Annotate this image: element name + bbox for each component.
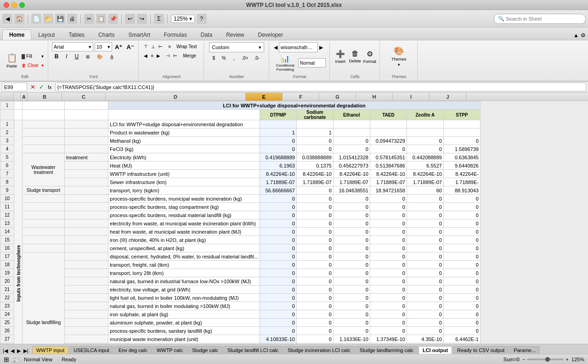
col-header-F[interactable]: F <box>283 93 319 101</box>
percent-button[interactable]: % <box>219 54 228 62</box>
grid-view-icon[interactable]: ⊞ <box>4 356 9 363</box>
decimal-dec-button[interactable]: .0- <box>251 54 262 62</box>
sheet-tab-wwtp-calc[interactable]: WWTP calc <box>153 346 187 354</box>
paste-icon-toolbar[interactable]: 📌 <box>108 14 118 24</box>
f-26[interactable]: 0 <box>296 327 333 335</box>
zoom-out-icon[interactable]: − <box>522 357 525 362</box>
e-24[interactable]: 0 <box>260 310 296 319</box>
i-4[interactable]: 0 <box>407 145 443 153</box>
d-23[interactable]: natural gas, burned in boiler modulating… <box>108 302 260 310</box>
f-23[interactable]: 0 <box>296 302 333 310</box>
highlight-button[interactable]: 🎨 <box>94 52 105 61</box>
g-23[interactable]: 0 <box>333 302 370 310</box>
g-9[interactable]: 16.04638551 <box>333 186 370 195</box>
col-header-C[interactable]: C <box>62 93 106 101</box>
font-color-button[interactable]: A̲ <box>106 52 117 61</box>
tab-last-button[interactable]: ▶| <box>22 348 30 354</box>
zoom-slider[interactable]: − + <box>522 357 569 362</box>
f-9[interactable]: 0 <box>296 186 333 195</box>
zoom-track[interactable] <box>527 358 564 360</box>
j-3[interactable]: 0 <box>443 137 480 145</box>
e-23[interactable]: 0 <box>260 302 296 310</box>
h-22[interactable]: 0 <box>370 294 407 302</box>
cell-1-C[interactable] <box>65 101 108 110</box>
j-15[interactable]: 0 <box>443 236 480 244</box>
h-27[interactable]: 1.37349E-10 <box>370 335 407 343</box>
j-19[interactable]: 0 <box>443 269 480 277</box>
g-15[interactable]: 0 <box>333 236 370 244</box>
align-center-v-button[interactable]: ⊥ <box>150 42 157 50</box>
h-8[interactable]: 1.71889E-07 <box>370 178 407 186</box>
align-bottom-button[interactable]: ⊢ <box>157 42 164 50</box>
f-8[interactable]: 1.71889E-07 <box>296 178 333 186</box>
e-27[interactable]: 4.10833E-10 <box>260 335 296 343</box>
e-19[interactable]: 0 <box>260 269 296 277</box>
i-9[interactable]: 60 <box>407 186 443 195</box>
g-13[interactable]: 0 <box>333 219 370 228</box>
sheet-tab-sludge-calc[interactable]: Sludge calc <box>188 346 222 354</box>
i-14[interactable]: 0 <box>407 228 443 236</box>
cut-icon[interactable]: ✂ <box>84 14 94 24</box>
c-6[interactable] <box>65 162 108 170</box>
g-3[interactable]: 0 <box>333 137 370 145</box>
c-5[interactable]: treatment <box>65 153 108 162</box>
g-24[interactable]: 0 <box>333 310 370 319</box>
h-11[interactable]: 0 <box>370 203 407 211</box>
cell-reference-box[interactable]: E99 <box>2 83 27 91</box>
sheet-tab-wwtp-input[interactable]: WWTP input <box>32 346 69 354</box>
i-20[interactable]: 0 <box>407 277 443 286</box>
d-24[interactable]: iron sulphate, at plant (kg) <box>108 310 260 319</box>
f-18[interactable]: 0 <box>296 261 333 269</box>
e-4[interactable]: 0 <box>260 145 296 153</box>
sh-cell-1[interactable] <box>14 110 23 120</box>
i-10[interactable]: 0 <box>407 195 443 203</box>
c-26[interactable] <box>65 327 108 335</box>
d-28[interactable]: process-specific burdens, municipal wast… <box>108 343 260 344</box>
h-13[interactable]: 0 <box>370 219 407 228</box>
d-14[interactable]: heat from waste, at municipal waste inci… <box>108 228 260 236</box>
i-2[interactable] <box>407 129 443 137</box>
tab-developer[interactable]: Developer <box>251 29 290 40</box>
d-4[interactable]: FeCl3 (kg) <box>108 145 260 153</box>
d-11[interactable]: process-specific burdens, slag compartme… <box>108 203 260 211</box>
f-17[interactable]: 0 <box>296 252 333 261</box>
h-4[interactable]: 0 <box>370 145 407 153</box>
search-input[interactable] <box>506 16 582 22</box>
c-4[interactable] <box>65 145 108 153</box>
border-button[interactable]: ⊞ <box>82 52 93 61</box>
e-17[interactable]: 0 <box>260 252 296 261</box>
e-15[interactable]: 0 <box>260 236 296 244</box>
j-17[interactable]: 0 <box>443 252 480 261</box>
h-15[interactable]: 0 <box>370 236 407 244</box>
i-6[interactable]: 6.5527 <box>407 162 443 170</box>
g-26[interactable]: 0 <box>333 327 370 335</box>
j-22[interactable]: 0 <box>443 294 480 302</box>
h-21[interactable]: 0 <box>370 286 407 294</box>
h-25[interactable]: 0 <box>370 319 407 327</box>
b-empty-10[interactable] <box>23 195 65 203</box>
c-15[interactable] <box>65 236 108 244</box>
h-28[interactable]: 0.549396781 <box>370 343 407 344</box>
b-empty-11[interactable] <box>23 203 65 211</box>
currency-button[interactable]: $ <box>209 54 218 62</box>
bold-button[interactable]: B <box>52 52 61 61</box>
page-layout-icon[interactable]: 📰 <box>11 356 19 363</box>
i-28[interactable]: 1.74 <box>407 343 443 344</box>
j-4[interactable]: 1.5896739 <box>443 145 480 153</box>
g-22[interactable]: 0 <box>333 294 370 302</box>
j-9[interactable]: 88.913043 <box>443 186 480 195</box>
merge-button[interactable]: Merge <box>179 51 200 60</box>
h-18[interactable]: 0 <box>370 261 407 269</box>
copy-icon[interactable]: 📋 <box>96 14 106 24</box>
save-icon[interactable]: 💾 <box>55 14 65 24</box>
h-6[interactable]: 0.513847686 <box>370 162 407 170</box>
g-27[interactable]: 1.16336E-10 <box>333 335 370 343</box>
d-25[interactable]: aluminium sulphate, powder, at plant (kg… <box>108 319 260 327</box>
tab-tables[interactable]: Tables <box>62 29 91 40</box>
h-24[interactable]: 0 <box>370 310 407 319</box>
g-17[interactable]: 0 <box>333 252 370 261</box>
h-19[interactable]: 0 <box>370 269 407 277</box>
col-header-D[interactable]: D <box>106 93 246 101</box>
f-12[interactable]: 0 <box>296 211 333 219</box>
h-20[interactable]: 0 <box>370 277 407 286</box>
